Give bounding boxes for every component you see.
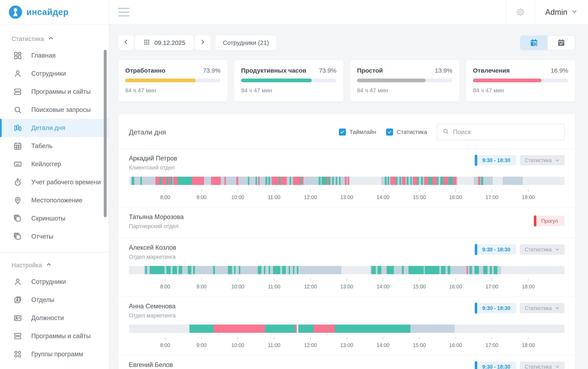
employees-filter-button[interactable]: Сотрудники (21) [215, 35, 276, 50]
view-timeline-button[interactable] [520, 36, 548, 50]
axis-hour-label: 14:00 [371, 278, 395, 289]
sidebar-item-сотрудники[interactable]: Сотрудники [0, 273, 109, 291]
gear-icon[interactable] [506, 0, 535, 24]
timeline-segment-distraction [348, 177, 349, 185]
work-schedule-text: 9:30 - 18:30 [482, 305, 510, 311]
axis-hour-label: 13:00 [334, 278, 359, 289]
sidebar-item-программы-и-сайты[interactable]: Программы и сайты [0, 327, 109, 345]
timeline-segment-distraction [313, 325, 335, 333]
timeline-segment-productive [481, 177, 483, 185]
timeline-segment-distraction [424, 177, 429, 185]
chevron-up-icon [46, 262, 52, 269]
sidebar-item-label: Сотрудники [31, 278, 66, 286]
sidebar-item-поисковые-запросы[interactable]: Поисковые запросы [0, 101, 109, 119]
timeline-segment-productive [388, 177, 389, 185]
statistics-checkbox[interactable]: Статистика [386, 129, 427, 136]
stat-progressbar [473, 79, 568, 82]
brand-logo-icon [8, 5, 23, 19]
timeline-segment-distraction [224, 177, 226, 185]
view-table-button[interactable] [548, 36, 575, 50]
employee-name: Аркадий Петров [129, 155, 177, 162]
badge-accent-bar [475, 155, 477, 166]
timeline-segment-distraction [345, 177, 347, 185]
axis-hour-label: 18:00 [516, 189, 541, 200]
timeline-segment-distraction [327, 177, 329, 185]
timeline-segment-productive [474, 266, 479, 274]
search-icon [13, 105, 22, 114]
sidebar-item-сотрудники[interactable]: Сотрудники [0, 65, 109, 83]
chevron-up-icon [48, 35, 53, 42]
timeline-segment-productive [167, 177, 168, 185]
stat-title: Продуктивных часов [241, 67, 306, 74]
sidebar-item-программы-и-сайты[interactable]: Программы и сайты [0, 83, 109, 101]
stat-card: Простой 13.9% 84 ч 47 мин [350, 60, 459, 102]
sidebar-section-header[interactable]: Статистика [0, 32, 109, 47]
activity-timeline[interactable] [129, 266, 565, 274]
prev-day-button[interactable] [118, 35, 134, 50]
timeline-segment-productive [132, 177, 134, 185]
axis-hour-label: 10:00 [225, 337, 250, 348]
axis-hour-label: 18:00 [516, 337, 541, 348]
employee-department: Партнерский отдел [129, 223, 184, 229]
timeline-segment-productive [448, 266, 450, 274]
sidebar-item-местоположение[interactable]: Местоположение [0, 191, 109, 209]
axis-hour-label: 12:00 [298, 278, 323, 289]
timeline-segment-productive [421, 177, 423, 185]
work-schedule-badge: 9:30 - 18:30 [476, 244, 516, 255]
statistics-checkbox-label: Статистика [397, 129, 427, 135]
person-icon [13, 277, 22, 286]
axis-hour-label: 10:00 [225, 278, 250, 289]
employee-statistics-button[interactable]: Статистика [520, 362, 565, 369]
groups-icon [13, 350, 22, 359]
stat-cards: Отработанно 73.9% 84 ч 47 мин Продуктивн… [118, 60, 575, 102]
layers-icon [13, 232, 22, 241]
sidebar-scrollbar[interactable] [104, 50, 107, 217]
sidebar-item-детали-дня[interactable]: Детали дня [0, 119, 109, 137]
sidebar-item-отделы[interactable]: Отделы [0, 291, 109, 309]
next-day-button[interactable] [195, 35, 210, 50]
timeline-segment-productive [399, 177, 401, 185]
axis-hour-label: 10:00 [225, 189, 250, 200]
axis-hour-label: 14:00 [371, 337, 395, 348]
sidebar-item-группы-программ[interactable]: Группы программ [0, 345, 109, 363]
chevron-down-icon [572, 9, 577, 16]
rows-icon [13, 332, 22, 341]
stat-percent: 73.9% [319, 67, 336, 74]
content-column: Admin 09.12.2025 Сотрудники (21) [109, 0, 588, 369]
timeline-segment-productive [179, 266, 182, 274]
sidebar-section-header[interactable]: Настройка [0, 258, 109, 273]
day-details-panel: Детали дня Таймлайн Статистика [118, 114, 575, 369]
timeline-segment-distraction [402, 177, 406, 185]
search-field[interactable] [437, 124, 565, 140]
logo[interactable]: инсайдер [0, 0, 109, 25]
sidebar-item-скриншоты[interactable]: Скриншоты [0, 209, 109, 228]
timeline-axis: 8:009:0010:0011:0012:0013:0014:0015:0016… [129, 278, 565, 292]
sidebar-item-кейлоггер[interactable]: Кейлоггер [0, 155, 109, 173]
employee-statistics-button[interactable]: Статистика [520, 244, 565, 255]
sidebar-item-отчеты[interactable]: Отчеты [0, 228, 109, 246]
timeline-checkbox[interactable]: Таймлайн [339, 129, 376, 136]
sidebar-item-табель[interactable]: Табель [0, 137, 109, 155]
timeline-segment-productive [490, 266, 492, 274]
employee-name: Анна Семенова [129, 303, 176, 310]
search-input[interactable] [453, 128, 559, 136]
hamburger-icon[interactable] [118, 8, 129, 16]
date-picker-button[interactable]: 09.12.2025 [135, 35, 194, 50]
sidebar-item-учет-рабочего-времени[interactable]: Учет рабочего времени [0, 173, 109, 191]
user-menu[interactable]: Admin [535, 8, 588, 17]
employee-statistics-button[interactable]: Статистика [520, 155, 565, 165]
employee-statistics-button[interactable]: Статистика [520, 303, 565, 313]
timeline-segment-productive [410, 177, 412, 185]
badge-accent-bar [475, 361, 477, 369]
timeline-segment-productive [293, 266, 294, 274]
activity-timeline[interactable] [129, 325, 565, 333]
timeline-axis: 8:009:0010:0011:0012:0013:0014:0015:0016… [129, 337, 565, 351]
timeline-segment-productive [402, 266, 404, 274]
timeline-segment-distraction [302, 177, 304, 185]
timeline-segment-productive [322, 177, 327, 185]
timeline-segment-productive [319, 177, 321, 185]
timeline-segment-productive [385, 177, 387, 185]
sidebar-item-главная[interactable]: Главная [0, 47, 109, 65]
activity-timeline[interactable] [129, 177, 565, 185]
sidebar-item-должности[interactable]: Должности [0, 309, 109, 327]
